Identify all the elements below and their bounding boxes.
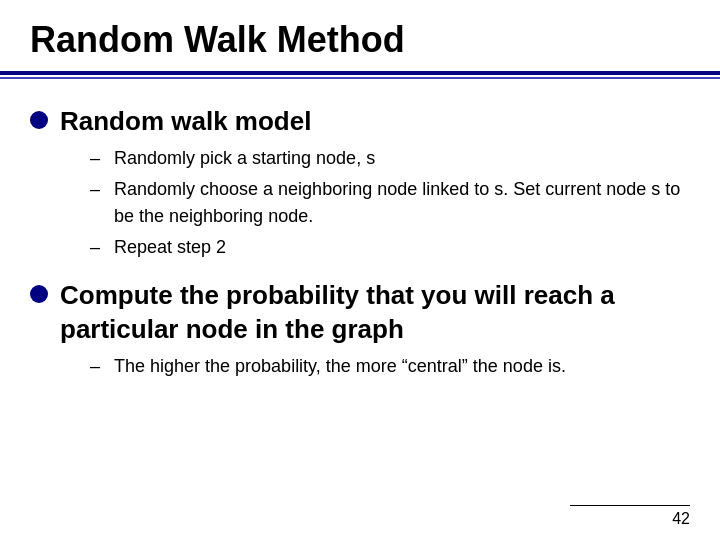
- content-area: Random walk model – Randomly pick a star…: [0, 97, 720, 407]
- dash-1-3: –: [90, 234, 104, 261]
- bullet-1-text: Random walk model: [60, 105, 690, 139]
- bullet-dot-2: [30, 285, 48, 303]
- title-area: Random Walk Method: [0, 0, 720, 71]
- sub-bullet-1-2-text: Randomly choose a neighboring node linke…: [114, 176, 690, 230]
- sub-bullets-1: – Randomly pick a starting node, s – Ran…: [90, 145, 690, 261]
- slide: Random Walk Method Random walk model – R…: [0, 0, 720, 540]
- sub-bullet-1-3: – Repeat step 2: [90, 234, 690, 261]
- sub-bullet-2-1-text: The higher the probability, the more “ce…: [114, 353, 566, 380]
- sub-bullet-1-1-text: Randomly pick a starting node, s: [114, 145, 375, 172]
- divider: [0, 71, 720, 79]
- main-bullet-1: Random walk model – Randomly pick a star…: [30, 105, 690, 269]
- dash-1-2: –: [90, 176, 104, 203]
- main-bullet-2: Compute the probability that you will re…: [30, 279, 690, 388]
- sub-bullet-1-3-text: Repeat step 2: [114, 234, 226, 261]
- sub-bullet-1-2: – Randomly choose a neighboring node lin…: [90, 176, 690, 230]
- divider-top-line: [0, 71, 720, 75]
- slide-title: Random Walk Method: [30, 18, 690, 61]
- sub-bullets-2: – The higher the probability, the more “…: [90, 353, 690, 380]
- bullet-dot-1: [30, 111, 48, 129]
- divider-bottom-line: [0, 77, 720, 79]
- bullet-2-text: Compute the probability that you will re…: [60, 279, 690, 347]
- page-number-area: 42: [570, 505, 690, 528]
- dash-1-1: –: [90, 145, 104, 172]
- sub-bullet-1-1: – Randomly pick a starting node, s: [90, 145, 690, 172]
- sub-bullet-2-1: – The higher the probability, the more “…: [90, 353, 690, 380]
- dash-2-1: –: [90, 353, 104, 380]
- page-number: 42: [672, 510, 690, 527]
